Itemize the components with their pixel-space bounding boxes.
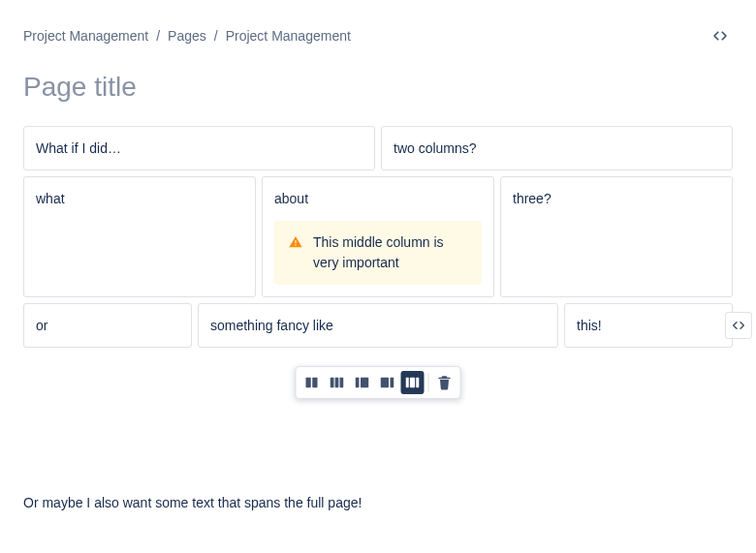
breadcrumb-item[interactable]: Project Management xyxy=(23,28,148,44)
layout-cell[interactable]: or xyxy=(23,303,192,348)
warning-icon xyxy=(288,232,303,250)
warning-panel: This middle column is very important xyxy=(274,221,482,285)
layout-cell[interactable]: three? xyxy=(500,176,733,296)
cell-text: something fancy like xyxy=(210,316,546,335)
cell-text: what xyxy=(36,189,243,208)
svg-rect-4 xyxy=(331,378,334,388)
svg-rect-5 xyxy=(335,378,339,388)
breadcrumb-item[interactable]: Pages xyxy=(168,28,206,44)
svg-rect-3 xyxy=(312,378,317,388)
breadcrumb-row: Project Management / Pages / Project Man… xyxy=(23,23,733,48)
collapse-expand-icon[interactable] xyxy=(708,23,733,48)
cell-text: this! xyxy=(577,316,720,335)
layout-three-equal-button[interactable] xyxy=(326,371,349,394)
cell-text: three? xyxy=(513,189,720,208)
layout-row: What if I did… two columns? xyxy=(23,126,733,170)
layout-row-wrap: or something fancy like this! xyxy=(23,303,733,348)
layout-two-equal-button[interactable] xyxy=(300,371,324,394)
svg-point-1 xyxy=(295,244,296,245)
delete-layout-button[interactable] xyxy=(433,371,457,394)
layout-three-with-sidebars-button[interactable] xyxy=(401,371,425,394)
layout-cell[interactable]: about This middle column is very importa… xyxy=(262,176,494,296)
svg-rect-2 xyxy=(306,378,311,388)
svg-rect-11 xyxy=(406,378,409,388)
svg-rect-0 xyxy=(295,240,296,243)
toolbar-separator xyxy=(428,373,429,392)
layout-left-sidebar-button[interactable] xyxy=(351,371,374,394)
row-width-handle[interactable] xyxy=(725,312,752,339)
breadcrumb-item[interactable]: Project Management xyxy=(226,28,351,44)
cell-text: or xyxy=(36,316,179,335)
svg-rect-13 xyxy=(416,378,419,388)
svg-rect-8 xyxy=(361,378,368,388)
breadcrumb-separator: / xyxy=(214,28,218,44)
svg-rect-7 xyxy=(356,378,360,388)
breadcrumb-separator: / xyxy=(156,28,160,44)
cell-text: about xyxy=(274,189,482,208)
svg-rect-6 xyxy=(340,378,344,388)
layout-right-sidebar-button[interactable] xyxy=(376,371,399,394)
layout-cell[interactable]: what xyxy=(23,176,256,296)
svg-rect-9 xyxy=(381,378,389,388)
cell-text: two columns? xyxy=(394,138,720,158)
cell-text: What if I did… xyxy=(36,138,362,158)
svg-rect-10 xyxy=(391,378,394,388)
breadcrumb: Project Management / Pages / Project Man… xyxy=(23,28,351,44)
layout-cell[interactable]: this! xyxy=(564,303,733,348)
warning-text: This middle column is very important xyxy=(313,232,468,273)
layout-cell[interactable]: What if I did… xyxy=(23,126,375,170)
layout-row: what about This middle column is very im… xyxy=(23,176,733,296)
layout-row: or something fancy like this! xyxy=(23,303,733,348)
page-title-input[interactable] xyxy=(23,72,733,103)
layout-cell[interactable]: two columns? xyxy=(381,126,733,170)
layout-cell[interactable]: something fancy like xyxy=(198,303,558,348)
layout-toolbar xyxy=(296,366,461,399)
svg-rect-12 xyxy=(410,378,415,388)
body-paragraph[interactable]: Or maybe I also want some text that span… xyxy=(23,493,733,513)
